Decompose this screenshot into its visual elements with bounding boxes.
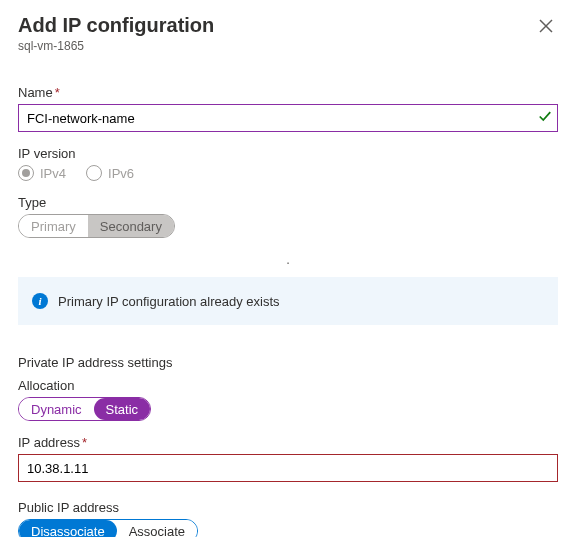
title-block: Add IP configuration sql-vm-1865 [18, 14, 214, 53]
panel-subtitle: sql-vm-1865 [18, 39, 214, 53]
allocation-field: Allocation Dynamic Static [18, 378, 558, 421]
separator-dot: . [18, 252, 558, 267]
ip-address-label-text: IP address [18, 435, 80, 450]
name-input[interactable] [18, 104, 558, 132]
name-label: Name* [18, 85, 558, 100]
radio-ipv6[interactable]: IPv6 [86, 165, 134, 181]
ip-version-radio-group: IPv4 IPv6 [18, 165, 558, 181]
panel-title: Add IP configuration [18, 14, 214, 37]
radio-circle-icon [86, 165, 102, 181]
panel-header: Add IP configuration sql-vm-1865 [18, 14, 558, 53]
public-ip-option-associate[interactable]: Associate [117, 520, 197, 537]
ip-address-label: IP address* [18, 435, 558, 450]
info-bar: i Primary IP configuration already exist… [18, 277, 558, 325]
type-toggle: Primary Secondary [18, 214, 175, 238]
info-icon: i [32, 293, 48, 309]
radio-circle-icon [18, 165, 34, 181]
private-ip-heading: Private IP address settings [18, 355, 558, 370]
type-option-secondary[interactable]: Secondary [88, 215, 174, 237]
type-label: Type [18, 195, 558, 210]
required-mark: * [55, 85, 60, 100]
allocation-option-static[interactable]: Static [94, 398, 151, 420]
info-message: Primary IP configuration already exists [58, 294, 280, 309]
public-ip-option-disassociate[interactable]: Disassociate [19, 520, 117, 537]
type-field: Type Primary Secondary [18, 195, 558, 238]
name-input-wrap [18, 104, 558, 132]
required-mark: * [82, 435, 87, 450]
public-ip-field: Public IP address Disassociate Associate [18, 500, 558, 537]
radio-ipv4-label: IPv4 [40, 166, 66, 181]
ip-version-field: IP version IPv4 IPv6 [18, 146, 558, 181]
allocation-toggle: Dynamic Static [18, 397, 151, 421]
ip-address-field: IP address* [18, 435, 558, 482]
ip-address-input[interactable] [18, 454, 558, 482]
radio-ipv4[interactable]: IPv4 [18, 165, 66, 181]
name-label-text: Name [18, 85, 53, 100]
radio-ipv6-label: IPv6 [108, 166, 134, 181]
ip-version-label: IP version [18, 146, 558, 161]
public-ip-toggle: Disassociate Associate [18, 519, 198, 537]
public-ip-label: Public IP address [18, 500, 558, 515]
allocation-option-dynamic[interactable]: Dynamic [19, 398, 94, 420]
name-field: Name* [18, 85, 558, 132]
close-icon[interactable] [534, 14, 558, 41]
check-icon [538, 110, 552, 127]
allocation-label: Allocation [18, 378, 558, 393]
type-option-primary[interactable]: Primary [19, 215, 88, 237]
